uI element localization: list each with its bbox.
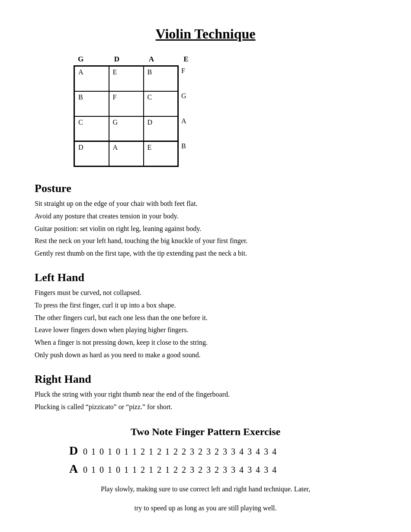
grid-wrapper: A E B B F C C G D D A E (74, 65, 376, 167)
left-hand-line-1: Fingers must be curved, not collapsed. (35, 288, 376, 298)
posture-line-1: Sit straight up on the edge of your chai… (35, 199, 376, 209)
left-hand-line-6: Only push down as hard as you need to ma… (35, 350, 376, 361)
left-hand-line-2: To press the first finger, curl it up in… (35, 300, 376, 311)
grid-row-3: C G D (74, 116, 178, 141)
exercise-numbers-a: 0 1 0 1 0 1 1 2 1 2 1 2 2 3 2 3 2 3 3 4 … (83, 465, 376, 475)
cell-r3-c3: D (144, 116, 178, 141)
fingerboard-grid: A E B B F C C G D D A E (74, 65, 179, 167)
left-hand-line-3: The other fingers curl, but each one les… (35, 313, 376, 324)
right-hand-section: Right Hand Pluck the string with your ri… (35, 373, 376, 413)
cell-r4-c2: A (109, 141, 144, 167)
exercise-note-line-1: Play slowly, making sure to use correct … (35, 484, 376, 495)
exercise-note-line-2: try to speed up as long as you are still… (35, 503, 376, 514)
grid-row-1: A E B (74, 66, 178, 91)
string-labels: G D A E (74, 55, 376, 64)
left-hand-line-5: When a finger is not pressing down, keep… (35, 337, 376, 348)
page-title: Violin Technique (35, 26, 376, 42)
string-label-g: G (78, 55, 100, 64)
cell-r1-c1: A (74, 66, 109, 91)
string-label-d: D (100, 55, 134, 64)
string-label-a: A (134, 55, 169, 64)
outside-note-2: G (179, 90, 186, 115)
posture-line-2: Avoid any posture that creates tension i… (35, 211, 376, 222)
exercise-rows: D 0 1 0 1 0 1 1 2 1 2 1 2 2 3 2 3 2 3 3 … (69, 444, 376, 476)
cell-r3-c2: G (109, 116, 144, 141)
exercise-row-a: A 0 1 0 1 0 1 1 2 1 2 1 2 2 3 2 3 2 3 3 … (69, 462, 376, 476)
cell-r1-c2: E (109, 66, 144, 91)
right-hand-line-1: Pluck the string with your right thumb n… (35, 389, 376, 400)
cell-r3-c1: C (74, 116, 109, 141)
right-hand-line-2: Plucking is called “pizzicato” or “pizz.… (35, 402, 376, 413)
posture-title: Posture (35, 182, 376, 195)
outside-note-1: F (179, 65, 186, 90)
outside-note-3: A (179, 115, 186, 141)
exercise-title: Two Note Finger Pattern Exercise (35, 426, 376, 438)
exercise-numbers-d: 0 1 0 1 0 1 1 2 1 2 1 2 2 3 2 3 2 3 3 4 … (83, 447, 376, 457)
posture-section: Posture Sit straight up on the edge of y… (35, 182, 376, 259)
left-hand-line-4: Leave lower fingers down when playing hi… (35, 325, 376, 336)
right-hand-title: Right Hand (35, 373, 376, 386)
exercise-string-a: A (69, 462, 81, 476)
cell-r4-c1: D (74, 141, 109, 167)
fingerboard-section: G D A E A E B B F C C G D (74, 55, 376, 167)
outside-note-4: B (179, 141, 186, 166)
grid-row-4: D A E (74, 141, 178, 167)
exercise-string-d: D (69, 444, 81, 458)
outside-notes: F G A B (179, 65, 186, 166)
left-hand-title: Left Hand (35, 271, 376, 284)
left-hand-section: Left Hand Fingers must be curved, not co… (35, 271, 376, 361)
posture-line-5: Gently rest thumb on the first tape, wit… (35, 248, 376, 259)
grid-row-2: B F C (74, 91, 178, 116)
posture-line-4: Rest the neck on your left hand, touchin… (35, 236, 376, 247)
exercise-row-d: D 0 1 0 1 0 1 1 2 1 2 1 2 2 3 2 3 2 3 3 … (69, 444, 376, 458)
cell-r2-c3: C (144, 91, 178, 116)
exercise-section: Two Note Finger Pattern Exercise D 0 1 0… (35, 426, 376, 513)
cell-r1-c3: B (144, 66, 178, 91)
posture-line-3: Guitar position: set violin on right leg… (35, 224, 376, 234)
string-label-e: E (169, 55, 203, 64)
cell-r4-c3: E (144, 141, 178, 167)
cell-r2-c1: B (74, 91, 109, 116)
cell-r2-c2: F (109, 91, 144, 116)
